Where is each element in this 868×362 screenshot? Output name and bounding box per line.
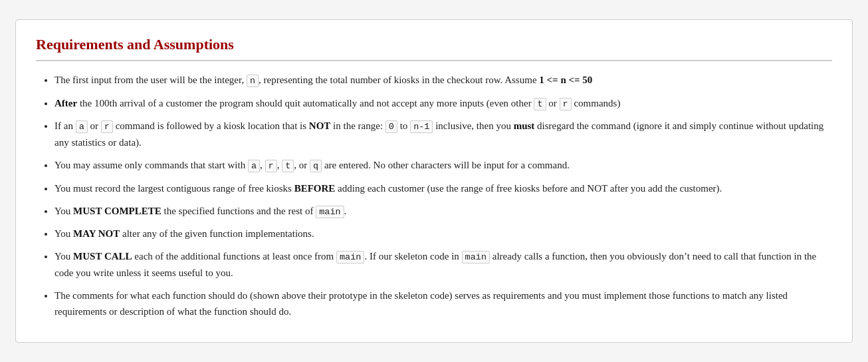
text-span: adding each customer (use the range of f… [335, 183, 722, 194]
bold-text: NOT [309, 120, 331, 131]
inline-code: r [560, 98, 572, 110]
text-span: You must record the largest contiguous r… [54, 183, 294, 194]
inline-code: q [310, 160, 322, 172]
inline-code: main [316, 206, 344, 218]
bold-text: MUST CALL [73, 251, 132, 262]
inline-code: a [76, 120, 88, 133]
inline-code: t [282, 160, 294, 172]
text-span: are entered. No other characters will be… [322, 160, 570, 170]
section-title: Requirements and Assumptions [36, 36, 832, 61]
text-span: the specified functions and the rest of [162, 206, 316, 216]
list-item: You MAY NOT alter any of the given funct… [54, 226, 832, 242]
text-span: , representing the total number of kiosk… [259, 75, 539, 85]
inline-code: main [336, 251, 364, 264]
text-span: , [260, 160, 265, 170]
text-span: or [546, 98, 560, 108]
inline-code: t [534, 98, 546, 110]
text-span: . If our skeleton code in [364, 251, 461, 262]
text-span: or [88, 120, 101, 131]
bold-text: MUST COMPLETE [73, 206, 162, 216]
text-span: The comments for what each function shou… [54, 290, 788, 317]
bold-text: After [54, 98, 77, 108]
inline-code: n [247, 75, 259, 87]
inline-code: r [265, 160, 277, 172]
text-span: . [344, 206, 347, 216]
inline-code: a [248, 160, 260, 172]
text-span: inclusive, then you [433, 120, 513, 131]
list-item: If an a or r command is followed by a ki… [54, 118, 832, 150]
text-span: the 100th arrival of a customer the prog… [77, 98, 534, 108]
text-span: You [54, 251, 73, 262]
text-span: You [54, 228, 73, 239]
text-span: You [54, 206, 73, 216]
text-span: in the range: [330, 120, 385, 131]
inline-code: n-1 [410, 120, 433, 133]
list-item: The first input from the user will be th… [54, 72, 832, 89]
text-span: commands) [572, 98, 621, 108]
text-span: You may assume only commands that start … [54, 160, 248, 170]
list-item: You MUST COMPLETE the specified function… [54, 203, 832, 220]
list-item: The comments for what each function shou… [54, 287, 832, 319]
text-span: The first input from the user will be th… [54, 75, 247, 85]
list-item: You may assume only commands that start … [54, 157, 832, 174]
text-span: each of the additional functions at leas… [132, 251, 336, 262]
inline-code: r [101, 120, 113, 133]
bold-text: MAY NOT [73, 228, 120, 239]
requirements-container: Requirements and Assumptions The first i… [15, 19, 853, 343]
text-span: alter any of the given function implemen… [120, 228, 314, 239]
inline-code: main [462, 251, 490, 264]
list-item: You MUST CALL each of the additional fun… [54, 248, 832, 281]
bold-text: 1 <= n <= 50 [539, 75, 592, 85]
text-span: , or [294, 160, 310, 170]
requirements-list: The first input from the user will be th… [36, 72, 832, 319]
list-item: After the 100th arrival of a customer th… [54, 95, 832, 112]
bold-text: must [514, 120, 535, 131]
text-span: command is followed by a kiosk location … [113, 120, 309, 131]
text-span: to [397, 120, 410, 131]
list-item: You must record the largest contiguous r… [54, 180, 832, 196]
bold-text: BEFORE [294, 183, 336, 194]
inline-code: 0 [385, 120, 397, 133]
text-span: If an [54, 120, 76, 131]
